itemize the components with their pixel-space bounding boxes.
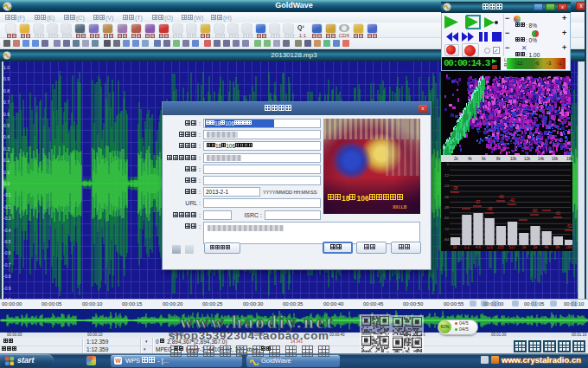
svg-text:-60: -60: [444, 216, 450, 220]
svg-text:255: 255: [497, 245, 504, 249]
svg-text:-24: -24: [444, 184, 450, 188]
svg-text:-84: -84: [444, 237, 450, 242]
svg-text:-72: -72: [444, 227, 450, 231]
svg-text:4k: 4k: [545, 245, 550, 249]
svg-text:2.2: 2.2: [464, 245, 470, 249]
svg-text:-61: -61: [555, 211, 561, 216]
svg-text:-12: -12: [444, 173, 450, 178]
svg-text:-40: -40: [498, 195, 504, 199]
svg-text:16k: 16k: [566, 245, 572, 249]
svg-text:-48: -48: [487, 207, 493, 211]
svg-text:-38: -38: [452, 186, 458, 190]
svg-text:-60: -60: [532, 209, 538, 213]
svg-text:-48: -48: [444, 205, 450, 210]
svg-text:4.6: 4.6: [476, 245, 482, 249]
svg-text:8k: 8k: [556, 245, 561, 249]
svg-text:1k: 1k: [522, 245, 527, 249]
svg-text:-37: -37: [475, 200, 481, 204]
svg-text:2k: 2k: [534, 245, 539, 249]
svg-text:517: 517: [508, 245, 515, 249]
svg-text:-52: -52: [566, 224, 572, 229]
svg-text:-36: -36: [444, 195, 450, 199]
svg-text:-42: -42: [509, 198, 515, 203]
svg-text:123: 123: [486, 245, 493, 249]
svg-text:1k: 1k: [453, 245, 458, 249]
